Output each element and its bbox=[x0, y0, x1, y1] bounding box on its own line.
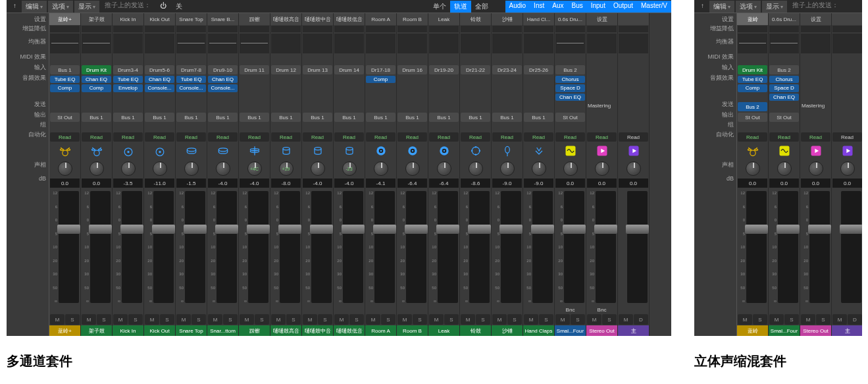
channel-footer-name[interactable]: 沙锤 bbox=[492, 325, 523, 336]
mute-button[interactable]: M bbox=[176, 314, 191, 325]
channel-icon[interactable] bbox=[240, 143, 269, 159]
filter-audio[interactable]: Audio bbox=[505, 1, 530, 13]
channel-footer-name[interactable]: 嗵嗵鼓中音 bbox=[302, 325, 333, 336]
audiofx-slot[interactable]: Chan EQ bbox=[555, 94, 585, 101]
solo-button[interactable]: S bbox=[444, 314, 459, 325]
midifx-slot[interactable] bbox=[397, 54, 428, 65]
solo-button[interactable]: S bbox=[507, 314, 522, 325]
solo-button[interactable]: S bbox=[160, 314, 174, 325]
channel-footer-name[interactable]: Stereo Out bbox=[800, 325, 831, 336]
pan-knob[interactable] bbox=[800, 159, 831, 178]
audiofx-slot-empty[interactable] bbox=[50, 94, 80, 101]
audiofx-slot-empty[interactable] bbox=[240, 94, 269, 101]
group-slot[interactable] bbox=[769, 123, 800, 132]
automation-mode[interactable]: Read bbox=[334, 132, 364, 142]
solo-button[interactable]: S bbox=[191, 314, 206, 325]
automation-mode[interactable]: Read bbox=[619, 132, 648, 142]
audiofx-slot[interactable]: Tube EQ bbox=[176, 76, 206, 83]
solo-button[interactable]: S bbox=[223, 314, 238, 325]
input-slot[interactable]: Bus 2 bbox=[555, 65, 585, 74]
group-slot[interactable] bbox=[334, 123, 365, 132]
eq-thumbnail[interactable] bbox=[82, 34, 111, 53]
db-value[interactable]: -4.0 bbox=[240, 178, 269, 188]
audiofx-slot[interactable]: Comp bbox=[738, 84, 767, 92]
audiofx-slot-empty[interactable] bbox=[176, 94, 206, 101]
pan-knob[interactable] bbox=[428, 159, 459, 178]
channel-icon[interactable] bbox=[334, 143, 364, 159]
channel-icon[interactable] bbox=[303, 143, 332, 159]
input-slot[interactable]: Drum3-4 bbox=[113, 65, 143, 74]
input-slot[interactable] bbox=[801, 65, 830, 74]
filter-bus[interactable]: Bus bbox=[567, 1, 586, 13]
db-value[interactable]: 0.0 bbox=[82, 178, 111, 188]
mute-button[interactable]: M bbox=[113, 314, 128, 325]
audiofx-slot-empty[interactable] bbox=[240, 84, 269, 92]
mute-button[interactable]: M bbox=[555, 314, 570, 325]
input-slot[interactable]: Drum 12 bbox=[271, 65, 301, 74]
send-slot[interactable] bbox=[302, 101, 333, 112]
channel-name[interactable]: Snare Top bbox=[176, 13, 207, 25]
group-slot[interactable] bbox=[113, 123, 143, 132]
mute-button[interactable]: M bbox=[492, 314, 507, 325]
channel-name[interactable]: 设置 bbox=[586, 13, 617, 25]
db-value[interactable]: 0.0 bbox=[832, 178, 862, 188]
automation-mode[interactable]: Read bbox=[492, 132, 522, 142]
eq-thumbnail[interactable] bbox=[492, 34, 522, 53]
midifx-slot[interactable] bbox=[239, 54, 270, 65]
channel-footer-name[interactable]: 铃鼓 bbox=[460, 325, 491, 336]
output-slot[interactable]: Bus 1 bbox=[81, 112, 112, 123]
fader[interactable] bbox=[809, 191, 830, 303]
audiofx-slot-empty[interactable] bbox=[303, 84, 332, 92]
edit-menu[interactable]: 编辑▾ bbox=[709, 1, 734, 13]
audiofx-slot-empty[interactable] bbox=[397, 94, 427, 101]
output-slot[interactable]: Bus 1 bbox=[492, 112, 523, 123]
input-slot[interactable]: Drum7-8 bbox=[176, 65, 206, 74]
channel-icon[interactable] bbox=[769, 143, 799, 159]
send-slot[interactable] bbox=[207, 101, 238, 112]
group-slot[interactable] bbox=[365, 123, 396, 132]
channel-icon[interactable] bbox=[492, 143, 522, 159]
fader[interactable] bbox=[564, 191, 584, 303]
input-slot[interactable]: Dr25-26 bbox=[524, 65, 553, 74]
fader[interactable] bbox=[374, 191, 395, 303]
output-slot[interactable]: Bus 1 bbox=[460, 112, 491, 123]
mute-button[interactable]: M bbox=[50, 314, 64, 325]
input-slot[interactable]: Drum 13 bbox=[303, 65, 332, 74]
channel-name[interactable] bbox=[618, 13, 649, 25]
midifx-slot[interactable] bbox=[769, 54, 800, 65]
channel-name[interactable]: 蓝岭+ bbox=[49, 13, 80, 25]
group-slot[interactable] bbox=[523, 123, 554, 132]
send-slot[interactable] bbox=[49, 101, 80, 112]
output-slot[interactable]: St Out bbox=[555, 112, 586, 123]
mute-button[interactable]: M bbox=[366, 314, 380, 325]
db-value[interactable]: -8.0 bbox=[271, 178, 301, 188]
pan-knob[interactable] bbox=[49, 159, 80, 178]
audiofx-slot-empty[interactable] bbox=[240, 76, 269, 83]
automation-mode[interactable]: Read bbox=[429, 132, 459, 142]
output-slot[interactable]: Bus 1 bbox=[207, 112, 238, 123]
midifx-slot[interactable] bbox=[270, 54, 301, 65]
send-slot[interactable] bbox=[397, 101, 428, 112]
midifx-slot[interactable] bbox=[334, 54, 365, 65]
audiofx-slot-empty[interactable] bbox=[334, 76, 364, 83]
audiofx-slot[interactable]: Console... bbox=[145, 84, 174, 92]
channel-name[interactable]: Hand Cl... bbox=[523, 13, 554, 25]
eq-thumbnail[interactable] bbox=[176, 34, 206, 53]
fader[interactable] bbox=[280, 191, 300, 303]
channel-name[interactable]: Kick In bbox=[113, 13, 143, 25]
channel-icon[interactable] bbox=[113, 143, 143, 159]
channel-footer-name[interactable]: Kick Out bbox=[144, 325, 175, 336]
audiofx-slot[interactable]: Envelop bbox=[113, 84, 143, 92]
channel-footer-name[interactable]: Snar...ttom bbox=[207, 325, 238, 336]
output-slot[interactable]: Bus 1 bbox=[397, 112, 428, 123]
fader[interactable] bbox=[746, 191, 767, 303]
automation-mode[interactable]: Read bbox=[769, 132, 799, 142]
channel-name[interactable]: Snare B... bbox=[207, 13, 238, 25]
audiofx-slot-empty[interactable] bbox=[492, 84, 522, 92]
output-slot[interactable]: St Out bbox=[737, 112, 768, 123]
audiofx-slot-empty[interactable] bbox=[303, 76, 332, 83]
audiofx-slot[interactable]: Chorus bbox=[769, 76, 799, 83]
audiofx-slot-empty[interactable] bbox=[461, 84, 490, 92]
eq-thumbnail[interactable] bbox=[587, 34, 617, 53]
output-slot[interactable]: Bus 1 bbox=[270, 112, 301, 123]
